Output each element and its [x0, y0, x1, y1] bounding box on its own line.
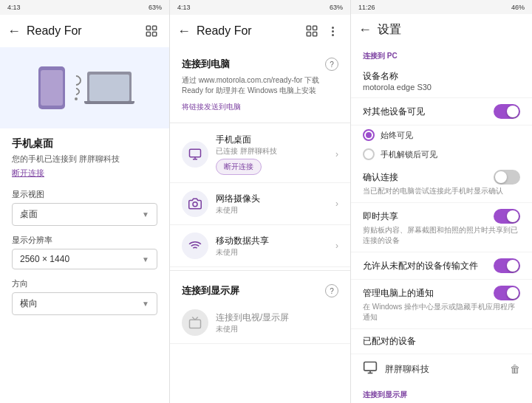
hotspot-menu-title: 移动数据共享 — [216, 235, 335, 247]
help-icon-pc[interactable]: ? — [325, 58, 338, 71]
unlock-visible-radio[interactable]: 手机解锁后可见 — [351, 145, 532, 164]
mid-back-button[interactable]: ← — [177, 24, 191, 39]
visible-label: 对其他设备可见 — [363, 106, 425, 118]
connect-pc-title: 连接到电脑 — [182, 58, 230, 71]
help-icon-display[interactable]: ? — [325, 284, 338, 297]
left-back-button[interactable]: ← — [7, 24, 21, 39]
orientation-dropdown[interactable]: 横向 ▼ — [12, 292, 157, 315]
manage-notify-label: 管理电脑上的通知 — [363, 287, 434, 300]
svg-rect-0 — [146, 26, 150, 30]
resolution-dropdown[interactable]: 2560 × 1440 ▼ — [12, 249, 157, 269]
tv-menu-text: 连接到电视/显示屏 未使用 — [216, 311, 338, 334]
connect-display-title: 连接到显示屏 — [182, 284, 239, 297]
desktop-disconnect-btn[interactable]: 断开连接 — [216, 159, 262, 175]
right-status-battery: 46% — [511, 4, 525, 11]
svg-rect-6 — [307, 32, 310, 36]
hotspot-menu-icon-wrap — [182, 232, 208, 259]
manage-notify-desc: 在 Windows 操作中心显示或隐藏手机应用程序通知 — [363, 302, 520, 323]
mid-panel: 4:13 63% ← Ready For 连接到电脑 ? 通过 www.moto… — [170, 0, 351, 403]
unlock-visible-radio-circle — [363, 148, 375, 160]
visible-toggle[interactable] — [494, 104, 520, 119]
desktop-menu-icon-wrap — [182, 141, 208, 168]
connect-pc-header: 连接到电脑 ? — [170, 47, 350, 75]
paired-devices-label: 已配对的设备 — [363, 335, 520, 348]
right-panel: 11:26 46% ← 设置 连接到 PC 设备名称 motorola edge… — [351, 0, 532, 403]
display-view-dropdown[interactable]: 桌面 ▼ — [12, 203, 157, 226]
paired-devices-item: 已配对的设备 — [351, 329, 532, 354]
left-grid-icon[interactable] — [141, 21, 162, 41]
phone-laptop-graphic — [38, 66, 132, 109]
dot-2 — [332, 30, 334, 32]
dot-1 — [332, 27, 334, 29]
svg-rect-14 — [364, 362, 377, 371]
tv-menu-title: 连接到电视/显示屏 — [216, 311, 338, 324]
manage-notify-row: 管理电脑上的通知 — [363, 286, 520, 300]
desktop-menu-sub: 已连接 胖胖聊科技 — [216, 146, 335, 156]
phone-screen — [41, 70, 63, 106]
instant-share-toggle[interactable] — [494, 209, 520, 224]
instant-share-row: 即时共享 — [363, 209, 520, 224]
wifi-arc-2 — [70, 86, 81, 97]
desktop-menu-text: 手机桌面 已连接 胖胖聊科技 断开连接 — [216, 134, 335, 175]
divider-1 — [170, 123, 350, 123]
resolution-value: 2560 × 1440 — [20, 254, 69, 264]
mid-grid-icon[interactable] — [301, 21, 322, 41]
connect-pc-desc: 通过 www.motorola.com.cn/ready-for 下载 Read… — [170, 75, 350, 102]
device-name-label: 设备名称 — [363, 70, 520, 83]
confirm-connect-item: 确认连接 当已配对的电脑尝试连接此手机时显示确认 — [351, 164, 532, 203]
mid-status-battery: 63% — [330, 4, 343, 11]
menu-item-desktop[interactable]: 手机桌面 已连接 胖胖聊科技 断开连接 › — [170, 126, 350, 183]
menu-item-hotspot[interactable]: 移动数据共享 未使用 › — [170, 225, 350, 267]
device-name-value: motorola edge S30 — [363, 83, 520, 92]
right-back-button[interactable]: ← — [358, 22, 372, 38]
hotspot-menu-text: 移动数据共享 未使用 — [216, 235, 335, 258]
svg-rect-1 — [153, 26, 157, 30]
visible-item: 对其他设备可见 — [351, 98, 532, 125]
mid-status-time: 4:13 — [177, 4, 191, 11]
camera-menu-icon-wrap — [182, 190, 208, 217]
menu-item-tv[interactable]: 连接到电视/显示屏 未使用 — [170, 302, 350, 344]
right-status-bar: 11:26 46% — [351, 0, 532, 14]
manage-notify-toggle[interactable] — [494, 286, 520, 300]
instant-share-label: 即时共享 — [363, 210, 398, 223]
send-link-btn[interactable]: 将链接发送到电脑 — [170, 102, 350, 120]
left-content: 手机桌面 您的手机已连接到 胖胖聊科技 断开连接 显示视图 桌面 ▼ 显示分辨率… — [0, 128, 169, 333]
wifi-arc-1 — [69, 73, 83, 88]
wifi-dot — [75, 97, 78, 100]
dropdown-arrow-1: ▼ — [142, 210, 149, 218]
connect-pc-section-title: 连接到 PC — [351, 45, 532, 64]
monitor-icon — [188, 148, 202, 161]
always-visible-radio[interactable]: 始终可见 — [351, 125, 532, 145]
menu-item-camera[interactable]: 网络摄像头 未使用 › — [170, 183, 350, 225]
camera-arrow: › — [335, 199, 338, 209]
desktop-menu-title: 手机桌面 — [216, 134, 335, 146]
mid-top-bar: ← Ready For — [170, 15, 350, 47]
always-visible-radio-circle — [363, 129, 375, 141]
mid-page-title: Ready For — [197, 24, 301, 38]
camera-menu-sub: 未使用 — [216, 205, 335, 216]
resolution-label: 显示分辨率 — [12, 235, 157, 246]
disconnect-link[interactable]: 断开连接 — [12, 168, 157, 179]
svg-rect-13 — [190, 320, 201, 328]
svg-rect-3 — [153, 32, 157, 36]
svg-rect-2 — [146, 32, 150, 36]
hotspot-menu-sub: 未使用 — [216, 247, 335, 258]
mid-more-icon[interactable] — [322, 21, 343, 41]
allow-transfer-toggle[interactable] — [494, 258, 520, 273]
left-status-bar: 4:13 63% — [0, 0, 169, 15]
left-panel: 4:13 63% ← Ready For — [0, 0, 170, 403]
confirm-connect-toggle[interactable] — [494, 170, 520, 185]
visible-row: 对其他设备可见 — [363, 104, 520, 119]
right-top-bar: ← 设置 — [351, 14, 532, 45]
laptop-screen — [89, 75, 129, 101]
svg-rect-4 — [307, 26, 310, 30]
device-list-item: 胖胖聊科技 🗑 — [351, 354, 532, 384]
dropdown-arrow-3: ▼ — [142, 300, 149, 308]
hotspot-arrow: › — [335, 241, 338, 251]
right-status-time: 11:26 — [358, 4, 375, 11]
delete-device-icon[interactable]: 🗑 — [510, 363, 520, 375]
tv-menu-icon-wrap — [182, 309, 208, 336]
instant-share-desc: 剪贴板内容、屏幕截图和拍照的照片时共享到已连接的设备 — [363, 225, 520, 246]
desktop-subtitle: 您的手机已连接到 胖胖聊科技 — [12, 154, 157, 165]
left-page-title: Ready For — [27, 24, 141, 38]
